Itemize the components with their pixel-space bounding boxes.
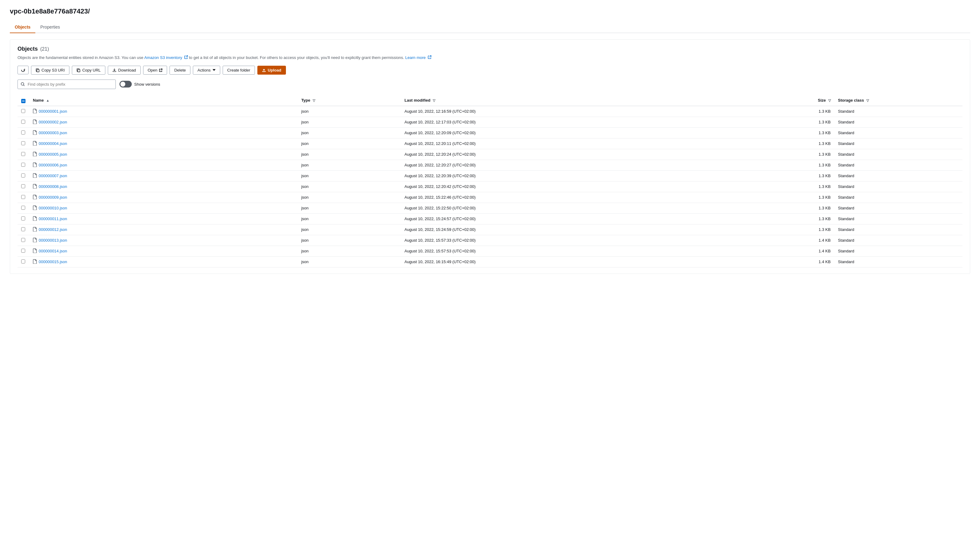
row-checkbox[interactable] — [21, 195, 25, 199]
row-name-cell: 000000004.json — [29, 138, 298, 149]
upload-icon — [262, 68, 266, 72]
objects-table: Name ▲ Type ▽ Last modified ▽ Size ▽ — [18, 95, 962, 267]
file-name-link[interactable]: 000000014.json — [39, 249, 67, 253]
row-checkbox-cell — [18, 106, 29, 117]
file-name-link[interactable]: 000000011.json — [39, 217, 67, 221]
row-checkbox[interactable] — [21, 109, 25, 113]
download-button[interactable]: Download — [108, 66, 141, 75]
file-icon — [33, 216, 37, 222]
file-name-link[interactable]: 000000008.json — [39, 184, 67, 189]
row-storage-class-cell: Standard — [834, 106, 962, 117]
actions-button[interactable]: Actions — [193, 66, 220, 75]
row-name-cell: 000000011.json — [29, 213, 298, 224]
col-header-type[interactable]: Type ▽ — [298, 95, 401, 106]
col-header-name[interactable]: Name ▲ — [29, 95, 298, 106]
row-size-cell: 1.3 KB — [731, 203, 834, 213]
table-row: 000000008.jsonjsonAugust 10, 2022, 12:20… — [18, 181, 962, 192]
row-storage-class-cell: Standard — [834, 149, 962, 160]
row-size-cell: 1.3 KB — [731, 138, 834, 149]
file-name-link[interactable]: 000000002.json — [39, 120, 67, 124]
row-checkbox[interactable] — [21, 120, 25, 124]
select-all-header[interactable] — [18, 95, 29, 106]
row-size-cell: 1.3 KB — [731, 213, 834, 224]
name-sort-icon: ▲ — [46, 99, 49, 102]
tab-objects[interactable]: Objects — [10, 21, 35, 33]
file-name-link[interactable]: 000000013.json — [39, 238, 67, 243]
row-checkbox[interactable] — [21, 173, 25, 178]
copy-url-label: Copy URL — [82, 68, 101, 72]
row-checkbox[interactable] — [21, 259, 25, 264]
row-checkbox[interactable] — [21, 141, 25, 145]
file-icon — [33, 238, 37, 243]
col-header-storage[interactable]: Storage class ▽ — [834, 95, 962, 106]
search-input[interactable] — [18, 80, 116, 89]
file-name-link[interactable]: 000000009.json — [39, 195, 67, 200]
row-checkbox[interactable] — [21, 206, 25, 210]
tab-properties[interactable]: Properties — [35, 21, 65, 33]
row-checkbox-cell — [18, 213, 29, 224]
copy-s3-uri-button[interactable]: Copy S3 URI — [31, 66, 69, 75]
col-header-size[interactable]: Size ▽ — [731, 95, 834, 106]
table-row: 000000015.jsonjsonAugust 10, 2022, 16:15… — [18, 256, 962, 267]
row-storage-class-cell: Standard — [834, 127, 962, 138]
upload-button[interactable]: Upload — [257, 66, 286, 75]
file-name-link[interactable]: 000000004.json — [39, 141, 67, 146]
toolbar: Copy S3 URI Copy URL Download Open — [18, 66, 962, 75]
file-name-link[interactable]: 000000003.json — [39, 130, 67, 135]
learn-more-link[interactable]: Learn more — [405, 55, 426, 60]
row-checkbox[interactable] — [21, 152, 25, 156]
row-checkbox[interactable] — [21, 217, 25, 220]
row-checkbox[interactable] — [21, 184, 25, 188]
row-name-cell: 000000010.json — [29, 203, 298, 213]
row-storage-class-cell: Standard — [834, 160, 962, 170]
row-type-cell: json — [298, 256, 401, 267]
row-type-cell: json — [298, 203, 401, 213]
copy-icon — [36, 68, 40, 72]
row-storage-class-cell: Standard — [834, 235, 962, 246]
copy-url-button[interactable]: Copy URL — [72, 66, 105, 75]
file-name-link[interactable]: 000000007.json — [39, 173, 67, 178]
file-name-link[interactable]: 000000001.json — [39, 109, 67, 114]
delete-button[interactable]: Delete — [169, 66, 190, 75]
search-input-wrap — [18, 80, 116, 89]
file-icon — [33, 184, 37, 189]
row-modified-cell: August 10, 2022, 15:22:50 (UTC+02:00) — [401, 203, 731, 213]
upload-label: Upload — [268, 68, 281, 72]
table-row: 000000004.jsonjsonAugust 10, 2022, 12:20… — [18, 138, 962, 149]
section-count: (21) — [40, 46, 49, 52]
file-name-link[interactable]: 000000010.json — [39, 206, 67, 210]
file-name-link[interactable]: 000000006.json — [39, 163, 67, 167]
row-checkbox[interactable] — [21, 238, 25, 242]
show-versions-toggle[interactable] — [119, 81, 132, 88]
row-checkbox[interactable] — [21, 130, 25, 135]
inventory-link[interactable]: Amazon S3 inventory — [144, 55, 182, 60]
row-checkbox[interactable] — [21, 249, 25, 253]
modified-sort-icon: ▽ — [433, 99, 435, 103]
row-type-cell: json — [298, 160, 401, 170]
table-row: 000000014.jsonjsonAugust 10, 2022, 15:57… — [18, 246, 962, 256]
content-panel: Objects (21) Objects are the fundamental… — [10, 39, 970, 274]
table-row: 000000003.jsonjsonAugust 10, 2022, 12:20… — [18, 127, 962, 138]
file-name-link[interactable]: 000000015.json — [39, 259, 67, 264]
row-modified-cell: August 10, 2022, 12:20:09 (UTC+02:00) — [401, 127, 731, 138]
row-checkbox[interactable] — [21, 227, 25, 231]
create-folder-button[interactable]: Create folder — [223, 66, 255, 75]
row-type-cell: json — [298, 106, 401, 117]
table-row: 000000012.jsonjsonAugust 10, 2022, 15:24… — [18, 224, 962, 235]
file-name-link[interactable]: 000000012.json — [39, 227, 67, 232]
table-row: 000000009.jsonjsonAugust 10, 2022, 15:22… — [18, 192, 962, 203]
svg-rect-1 — [78, 69, 80, 72]
open-button[interactable]: Open — [143, 66, 168, 75]
row-checkbox[interactable] — [21, 163, 25, 167]
row-size-cell: 1.3 KB — [731, 192, 834, 203]
file-name-link[interactable]: 000000005.json — [39, 152, 67, 156]
file-icon — [33, 119, 37, 125]
col-header-modified[interactable]: Last modified ▽ — [401, 95, 731, 106]
row-modified-cell: August 10, 2022, 12:20:11 (UTC+02:00) — [401, 138, 731, 149]
indeterminate-checkbox[interactable] — [21, 99, 26, 103]
table-body: 000000001.jsonjsonAugust 10, 2022, 12:16… — [18, 106, 962, 267]
row-modified-cell: August 10, 2022, 12:20:27 (UTC+02:00) — [401, 160, 731, 170]
refresh-button[interactable] — [18, 66, 29, 74]
row-size-cell: 1.3 KB — [731, 106, 834, 117]
tabs-container: Objects Properties — [10, 21, 970, 33]
